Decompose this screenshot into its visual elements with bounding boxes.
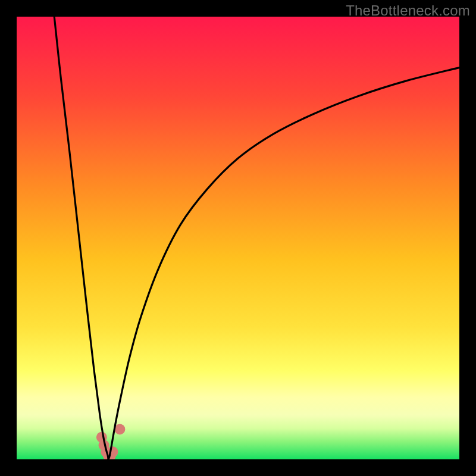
chart-frame: TheBottleneck.com [0,0,476,476]
gradient-background [17,17,459,459]
plot-area [17,17,459,459]
watermark-text: TheBottleneck.com [346,2,470,19]
marker-dot [114,424,125,434]
plot-svg [17,17,459,459]
